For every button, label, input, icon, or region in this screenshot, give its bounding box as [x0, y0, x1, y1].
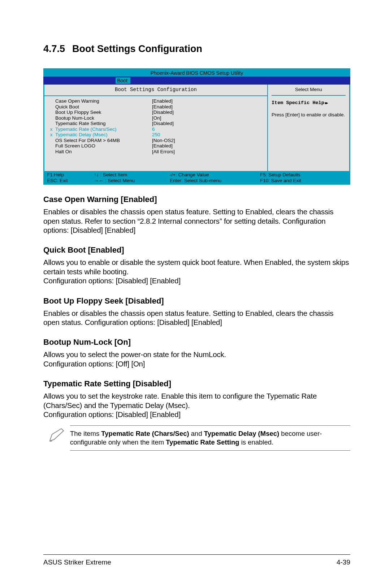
text-quick-boot: Allows you to enable or disable the syst… [43, 258, 350, 285]
footer-f1: F1:Help [47, 172, 94, 178]
section-heading: 4.7.5Boot Settings Configuration [43, 43, 350, 55]
bios-row-label: Halt On [55, 149, 152, 155]
bios-row-mark [47, 138, 55, 143]
bios-row-label: Quick Boot [55, 104, 152, 110]
text-floppy: Enables or disables the chassis open sta… [43, 309, 350, 327]
bios-row-label: Typematic Delay (Msec) [55, 132, 152, 138]
pencil-icon [43, 425, 70, 445]
bios-row-value: [Enabled] [152, 104, 173, 110]
text-typematic: Allows you to set the keystroke rate. En… [43, 391, 350, 419]
heading-quick-boot: Quick Boot [Enabled] [43, 245, 350, 255]
footer-esc: ESC: Exit [47, 178, 94, 184]
bios-row-label: Full Screen LOGO [55, 143, 152, 149]
footer-right: 4-39 [337, 558, 350, 566]
bios-row-value: [Enabled] [152, 98, 173, 104]
bios-row: Boot Up Floppy Seek[Disabled] [47, 110, 267, 115]
bios-row: xTypematic Rate (Chars/Sec)6 [47, 126, 267, 132]
bios-row-value: [Non-OS2] [152, 138, 175, 143]
bios-footer: F1:HelpESC: Exit ↑↓ : Select Item→← : Se… [43, 171, 350, 185]
footer-f10: F10: Save and Exit [260, 178, 347, 184]
bios-row-value: [On] [152, 115, 161, 121]
bios-row-label: Typematic Rate (Chars/Sec) [55, 126, 152, 132]
bios-row: xTypematic Delay (Msec)250 [47, 132, 267, 138]
bios-row-label: Boot Up Floppy Seek [55, 110, 152, 115]
bios-row: Quick Boot[Enabled] [47, 104, 267, 110]
bios-row-value: [Disabled] [152, 121, 174, 126]
bios-row-mark [47, 115, 55, 121]
footer-select-item: ↑↓ : Select Item [94, 172, 170, 178]
section-number: 4.7.5 [43, 43, 72, 55]
footer-enter: Enter: Select Sub-menu [170, 178, 260, 184]
bios-row-value: 250 [152, 132, 160, 138]
bios-row-mark [47, 98, 55, 104]
bios-row-mark [47, 143, 55, 149]
footer-select-menu: →← : Select Menu [94, 178, 170, 184]
bios-row: Bootup Num-Lock[On] [47, 115, 267, 121]
bios-row-value: [Enabled] [152, 143, 173, 149]
section-title-text: Boot Settings Configuration [72, 43, 202, 54]
bios-row: Case Open Warning[Enabled] [47, 98, 267, 104]
bios-row-value: 6 [152, 126, 155, 132]
bios-side-title: Select Menu [272, 87, 346, 96]
heading-case-open: Case Open Warning [Enabled] [43, 195, 350, 204]
heading-floppy: Boot Up Floppy Seek [Disabled] [43, 296, 350, 306]
bios-main-panel: Boot Settings Configuration Case Open Wa… [44, 85, 268, 171]
bios-row-mark [47, 149, 55, 155]
bios-header: Phoenix-Award BIOS CMOS Setup Utility [43, 69, 350, 77]
bios-side-panel: Select Menu Item Specific Help Press [En… [268, 85, 349, 171]
note-text: The items Typematic Rate (Chars/Sec) and… [70, 425, 350, 450]
bios-row: OS Select For DRAM > 64MB[Non-OS2] [47, 138, 267, 143]
bios-row-mark: x [47, 132, 55, 138]
text-numlock: Allows you to select the power-on state … [43, 350, 350, 368]
heading-numlock: Bootup Num-Lock [On] [43, 338, 350, 347]
bios-row-mark [47, 121, 55, 126]
bios-subtitle: Boot Settings Configuration [44, 85, 267, 96]
note-block: The items Typematic Rate (Chars/Sec) and… [43, 425, 350, 450]
bios-row: Typematic Rate Setting[Disabled] [47, 121, 267, 126]
bios-help-text: Press [Enter] to enable or disable. [272, 112, 346, 118]
footer-f5: F5: Setup Defaults [260, 172, 347, 178]
footer-left: ASUS Striker Extreme [43, 558, 111, 566]
heading-typematic: Typematic Rate Setting [Disabled] [43, 379, 350, 389]
bios-row: Full Screen LOGO[Enabled] [47, 143, 267, 149]
bios-row-mark [47, 104, 55, 110]
page-footer: ASUS Striker Extreme 4-39 [43, 554, 350, 566]
bios-screenshot: Phoenix-Award BIOS CMOS Setup Utility Bo… [43, 68, 350, 185]
bios-tab-boot: Boot [116, 77, 130, 84]
bios-row-value: [Disabled] [152, 110, 174, 115]
bios-row-label: Typematic Rate Setting [55, 121, 152, 126]
bios-row-mark: x [47, 126, 55, 132]
bios-help-title: Item Specific Help [272, 100, 346, 106]
text-case-open: Enables or disables the chassis open sta… [43, 207, 350, 235]
bios-row-label: Bootup Num-Lock [55, 115, 152, 121]
bios-row: Halt On[All Errors] [47, 149, 267, 155]
bios-row-label: OS Select For DRAM > 64MB [55, 138, 152, 143]
bios-row-label: Case Open Warning [55, 98, 152, 104]
bios-row-value: [All Errors] [152, 149, 175, 155]
bios-row-mark [47, 110, 55, 115]
footer-change-value: -/+: Change Value [170, 172, 260, 178]
bios-menubar: Boot [43, 77, 350, 85]
